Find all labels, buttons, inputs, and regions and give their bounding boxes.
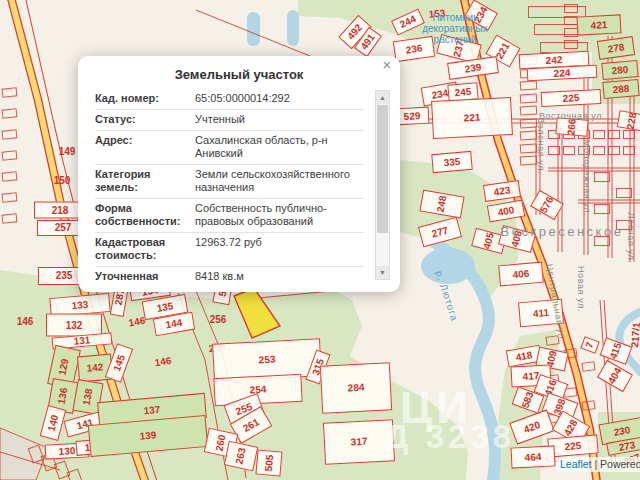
city-block	[608, 130, 620, 139]
row-value: Учтенный	[195, 113, 364, 126]
parcel-150[interactable]: 150	[54, 176, 71, 186]
city-block	[2, 108, 18, 119]
city-block	[564, 28, 578, 37]
city-block	[616, 188, 632, 198]
place-name: Воскресенское	[501, 224, 624, 239]
row-value: Собственность публично-правовых образова…	[195, 202, 364, 228]
city-block	[2, 129, 18, 140]
parcel-221[interactable]: 221	[431, 97, 513, 139]
popup-title: Земельный участок	[78, 67, 400, 82]
city-block	[594, 172, 610, 182]
parcel-505[interactable]: 505	[255, 449, 282, 476]
parcel-335[interactable]: 335	[431, 151, 473, 173]
poi-label: Питомникдекоративныхрастений	[422, 12, 488, 45]
parcel-288[interactable]: 288	[602, 79, 639, 99]
close-icon[interactable]: ×	[379, 57, 395, 73]
city-block	[520, 105, 538, 115]
street-name: Лесная ул.	[626, 213, 636, 264]
row-label: Кад. номер:	[95, 92, 195, 105]
city-block	[594, 204, 610, 214]
parcel-217/1[interactable]: 217/1	[630, 322, 640, 348]
city-block	[608, 146, 620, 155]
street-name: Восточная ул.	[539, 111, 605, 121]
city-block	[623, 146, 635, 155]
city-block	[2, 171, 18, 182]
table-row: Форма собственности:Собственность публич…	[95, 199, 364, 233]
row-label: Адрес:	[95, 134, 195, 160]
parcel-225[interactable]: 225	[541, 89, 602, 107]
parcel-406[interactable]: 406	[498, 262, 544, 287]
city-block	[623, 130, 635, 139]
city-block	[563, 146, 575, 155]
city-block	[548, 146, 560, 155]
city-block	[581, 361, 595, 372]
city-block	[2, 192, 18, 203]
street-name: Молодежная ул.	[582, 140, 592, 217]
attribution-text: | Powered	[592, 458, 640, 470]
parcel-421[interactable]: 421	[577, 14, 622, 35]
table-row: Кадастровая стоимость:12963.72 руб	[95, 233, 364, 267]
table-row: Уточненная площадь:8418 кв.м	[95, 267, 364, 282]
city-block	[520, 155, 538, 165]
table-row: Адрес:Сахалинская область, р-н Анивский	[95, 131, 364, 165]
city-block	[2, 150, 18, 161]
scrollbar-down-button[interactable]: ▼	[376, 266, 389, 279]
city-block	[2, 213, 18, 224]
leaflet-link[interactable]: Leaflet	[560, 458, 592, 470]
parcel-256[interactable]: 256	[210, 315, 227, 325]
city-block	[564, 4, 578, 13]
table-row: Статус:Учтенный	[95, 110, 364, 131]
row-value: 12963.72 руб	[195, 236, 364, 262]
cadastral-map[interactable]: 1703001491502182572351332871341351321461…	[0, 0, 640, 480]
row-label: Статус:	[95, 113, 195, 126]
parcel-280[interactable]: 280	[601, 60, 638, 80]
watermark-text: Д 3238	[385, 418, 515, 456]
parcel-284[interactable]: 284	[320, 362, 392, 414]
map-attribution: Leaflet | Powered	[556, 457, 640, 472]
scrollbar-up-button[interactable]: ▲	[376, 91, 389, 104]
parcel-146[interactable]: 146	[17, 317, 34, 327]
table-row: Кад. номер:65:05:0000014:292	[95, 89, 364, 110]
city-block	[2, 87, 18, 98]
table-row: Категория земель:Земли сельскохозяйствен…	[95, 165, 364, 199]
city-block	[564, 40, 578, 49]
row-label: Уточненная площадь:	[95, 270, 195, 282]
row-value: Земли сельскохозяйственного назначения	[195, 168, 364, 194]
parcel-149[interactable]: 149	[59, 147, 76, 157]
row-value: 8418 кв.м	[195, 270, 364, 282]
row-label: Категория земель:	[95, 168, 195, 194]
row-label: Форма собственности:	[95, 202, 195, 228]
row-label: Кадастровая стоимость:	[95, 236, 195, 262]
row-value: 65:05:0000014:292	[195, 92, 364, 105]
city-block	[520, 93, 538, 103]
city-block	[520, 118, 538, 128]
city-block	[593, 130, 605, 139]
city-block	[520, 130, 538, 140]
scrollbar-thumb[interactable]	[377, 105, 388, 233]
parcel-info-popup: × Земельный участок Кад. номер:65:05:000…	[78, 56, 400, 292]
city-block	[581, 400, 595, 411]
parcel-464[interactable]: 464	[510, 445, 555, 468]
row-value: Сахалинская область, р-н Анивский	[195, 134, 364, 160]
street-name: Новая ул.	[576, 266, 586, 312]
city-block	[520, 143, 538, 153]
street-name: Зеленая ул.	[536, 118, 546, 174]
city-block	[593, 146, 605, 155]
city-block	[520, 80, 538, 90]
parcel-attributes-table: Кад. номер:65:05:0000014:292Статус:Учтен…	[95, 89, 364, 282]
popup-scrollbar[interactable]: ▲ ▼	[375, 90, 390, 280]
